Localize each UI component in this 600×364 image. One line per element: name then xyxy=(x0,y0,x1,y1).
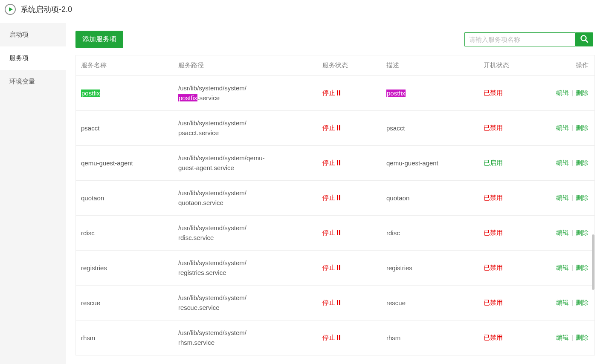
table-row: qemu-guest-agent/usr/lib/systemd/system/… xyxy=(76,146,594,181)
cell-operations: 编辑 | 删除 xyxy=(547,111,594,146)
cell-service-path: /usr/lib/systemd/system/quotaon.service xyxy=(173,181,317,216)
delete-link[interactable]: 删除 xyxy=(576,89,588,96)
cell-service-state: 停止 xyxy=(317,321,381,355)
pause-icon xyxy=(336,159,340,167)
sidebar-item-label: 服务项 xyxy=(9,54,29,61)
pause-icon xyxy=(336,299,340,306)
scrollbar-thumb[interactable] xyxy=(592,234,594,290)
th-op: 操作 xyxy=(547,55,594,76)
cell-service-desc: psacct xyxy=(381,111,478,146)
cell-operations: 编辑 | 删除 xyxy=(547,76,594,111)
cell-operations: 编辑 | 删除 xyxy=(547,321,594,355)
delete-link[interactable]: 删除 xyxy=(576,229,588,236)
cell-service-name: rescue xyxy=(76,286,173,321)
cell-boot-state: 已禁用 xyxy=(478,286,547,321)
cell-boot-state: 已禁用 xyxy=(478,111,547,146)
pause-icon xyxy=(336,229,340,237)
cell-service-desc: qemu-guest-agent xyxy=(381,146,478,181)
cell-boot-state: 已禁用 xyxy=(478,181,547,216)
delete-link[interactable]: 删除 xyxy=(576,299,588,306)
cell-boot-state: 已启用 xyxy=(478,146,547,181)
delete-link[interactable]: 删除 xyxy=(576,264,588,271)
op-separator: | xyxy=(570,334,575,341)
cell-operations: 编辑 | 删除 xyxy=(547,216,594,251)
cell-service-name: qemu-guest-agent xyxy=(76,146,173,181)
table-row: quotaon/usr/lib/systemd/system/quotaon.s… xyxy=(76,181,594,216)
services-table: 服务名称 服务路径 服务状态 描述 开机状态 操作 postfix/usr/li… xyxy=(76,55,594,355)
cell-service-desc: rescue xyxy=(381,286,478,321)
cell-operations: 编辑 | 删除 xyxy=(547,146,594,181)
cell-boot-state: 已禁用 xyxy=(478,321,547,355)
delete-link[interactable]: 删除 xyxy=(576,334,588,341)
edit-link[interactable]: 编辑 xyxy=(556,334,569,341)
search-button[interactable] xyxy=(575,32,593,46)
cell-service-desc: registries xyxy=(381,251,478,286)
cell-service-path: /usr/lib/systemd/system/rhsm.service xyxy=(173,321,317,355)
app-title: 系统启动项-2.0 xyxy=(20,4,72,14)
sidebar-item-startup[interactable]: 启动项 xyxy=(0,23,66,46)
th-name: 服务名称 xyxy=(76,55,173,76)
cell-service-name: psacct xyxy=(76,111,173,146)
table-row: postfix/usr/lib/systemd/system/postfix.s… xyxy=(76,76,594,111)
delete-link[interactable]: 删除 xyxy=(576,159,588,166)
cell-service-path: /usr/lib/systemd/system/registries.servi… xyxy=(173,251,317,286)
cell-service-state: 停止 xyxy=(317,76,381,111)
cell-service-path: /usr/lib/systemd/system/postfix.service xyxy=(173,76,317,111)
cell-service-state: 停止 xyxy=(317,251,381,286)
search-input[interactable] xyxy=(464,32,575,46)
cell-service-desc: quotaon xyxy=(381,181,478,216)
th-desc: 描述 xyxy=(381,55,478,76)
edit-link[interactable]: 编辑 xyxy=(556,194,569,201)
th-path: 服务路径 xyxy=(173,55,317,76)
cell-service-state: 停止 xyxy=(317,216,381,251)
edit-link[interactable]: 编辑 xyxy=(556,229,569,236)
table-row: rescue/usr/lib/systemd/system/rescue.ser… xyxy=(76,286,594,321)
cell-service-path: /usr/lib/systemd/system/rescue.service xyxy=(173,286,317,321)
cell-operations: 编辑 | 删除 xyxy=(547,181,594,216)
sidebar-item-env[interactable]: 环境变量 xyxy=(0,70,66,93)
sidebar-item-services[interactable]: 服务项 xyxy=(0,46,66,70)
pause-icon xyxy=(336,124,340,132)
search-icon xyxy=(580,35,588,44)
sidebar-item-label: 环境变量 xyxy=(9,78,35,85)
cell-service-path: /usr/lib/systemd/system/rdisc.service xyxy=(173,216,317,251)
cell-service-desc: postfix xyxy=(381,76,478,111)
edit-link[interactable]: 编辑 xyxy=(556,89,569,96)
sidebar-item-label: 启动项 xyxy=(9,31,29,38)
cell-boot-state: 已禁用 xyxy=(478,251,547,286)
add-service-button[interactable]: 添加服务项 xyxy=(75,31,123,48)
table-header-row: 服务名称 服务路径 服务状态 描述 开机状态 操作 xyxy=(76,55,594,76)
cell-service-name: registries xyxy=(76,251,173,286)
delete-link[interactable]: 删除 xyxy=(576,124,588,131)
op-separator: | xyxy=(570,89,575,96)
cell-service-state: 停止 xyxy=(317,146,381,181)
toolbar: 添加服务项 xyxy=(75,31,595,48)
table-row: rdisc/usr/lib/systemd/system/rdisc.servi… xyxy=(76,216,594,251)
pause-icon xyxy=(336,194,340,202)
cell-service-state: 停止 xyxy=(317,181,381,216)
pause-icon xyxy=(336,90,340,97)
svg-marker-1 xyxy=(9,7,13,12)
table-row: registries/usr/lib/systemd/system/regist… xyxy=(76,251,594,286)
delete-link[interactable]: 删除 xyxy=(576,194,588,201)
op-separator: | xyxy=(570,229,575,236)
edit-link[interactable]: 编辑 xyxy=(556,299,569,306)
pause-icon xyxy=(336,264,340,272)
cell-boot-state: 已禁用 xyxy=(478,76,547,111)
search-box xyxy=(464,32,593,46)
edit-link[interactable]: 编辑 xyxy=(556,124,569,131)
cell-service-state: 停止 xyxy=(317,111,381,146)
op-separator: | xyxy=(570,159,575,166)
cell-service-name: rdisc xyxy=(76,216,173,251)
th-state: 服务状态 xyxy=(317,55,381,76)
edit-link[interactable]: 编辑 xyxy=(556,264,569,271)
cell-service-name: quotaon xyxy=(76,181,173,216)
cell-service-name: rhsm xyxy=(76,321,173,355)
cell-service-path: /usr/lib/systemd/system/psacct.service xyxy=(173,111,317,146)
th-boot: 开机状态 xyxy=(478,55,547,76)
op-separator: | xyxy=(570,299,575,306)
cell-service-desc: rdisc xyxy=(381,216,478,251)
op-separator: | xyxy=(570,124,575,131)
cell-operations: 编辑 | 删除 xyxy=(547,251,594,286)
edit-link[interactable]: 编辑 xyxy=(556,159,569,166)
